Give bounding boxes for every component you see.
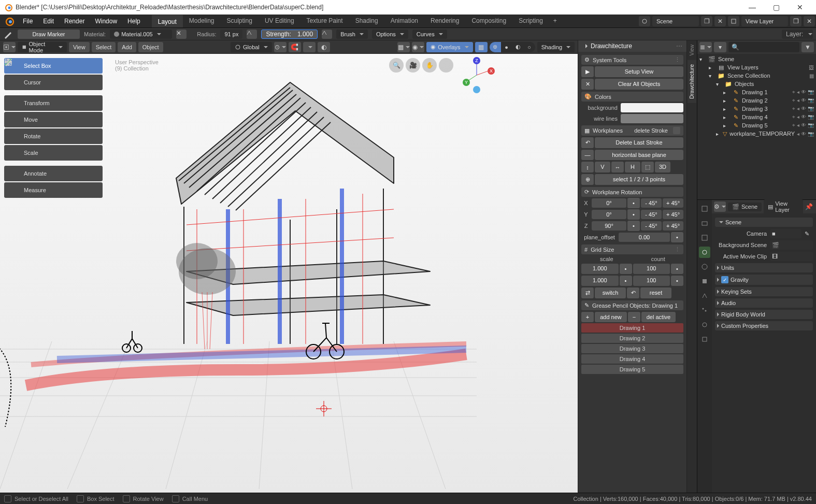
setup-view-icon-button[interactable]: ▶ — [581, 66, 594, 77]
shading-solid[interactable]: ● — [501, 42, 512, 52]
proptab-particles[interactable] — [699, 305, 710, 316]
bg-color-swatch[interactable] — [621, 103, 683, 112]
v-icon[interactable]: ↕ — [581, 162, 594, 172]
outliner-search[interactable]: 🔍 — [728, 42, 799, 52]
eye-icon[interactable]: 👁 — [801, 106, 806, 112]
overlays-dropdown[interactable]: ◉ Overlays — [426, 42, 473, 52]
undo-icon-button[interactable]: ↶ — [581, 137, 594, 148]
select-menu[interactable]: Select — [92, 42, 116, 52]
shading-options[interactable]: Shading — [537, 42, 575, 52]
proptab-render[interactable] — [699, 203, 710, 214]
proptab-object[interactable] — [699, 276, 710, 287]
plane-offset-value[interactable]: 0.00 — [619, 233, 670, 242]
customprops-panel-header[interactable]: Custom Properties — [715, 321, 813, 330]
workspace-tab-scripting[interactable]: Scripting — [512, 15, 549, 27]
x-minus-button[interactable]: - 45° — [641, 198, 662, 208]
workspace-tab-texturepaint[interactable]: Texture Paint — [300, 15, 349, 27]
tool-transform[interactable]: Transform — [4, 95, 103, 111]
y-dot[interactable]: • — [627, 209, 640, 220]
switch-icon[interactable]: ⇄ — [581, 287, 594, 298]
camera-icon[interactable]: 📷 — [808, 97, 814, 104]
select-points-button[interactable]: select 1 / 2 / 3 points — [595, 174, 683, 185]
strength-pressure-toggle[interactable] — [322, 30, 332, 39]
switch-button[interactable]: switch — [595, 287, 626, 298]
z-dot[interactable]: • — [627, 221, 640, 231]
gp-data-icon[interactable]: ⌖ — [792, 114, 795, 120]
proptab-output[interactable] — [699, 218, 710, 229]
viewlayer-delete-button[interactable]: ✕ — [804, 16, 815, 26]
proptab-constraints[interactable] — [699, 334, 710, 345]
restrict-icon[interactable]: ▦ — [809, 73, 814, 79]
scale-y-field[interactable]: 1.000 — [581, 276, 619, 286]
outliner-editor-dropdown[interactable]: ≣ — [699, 42, 712, 52]
viewlayer-new-button[interactable]: ❐ — [790, 16, 801, 26]
workspace-tab-animation[interactable]: Animation — [384, 15, 424, 27]
bgscene-field[interactable]: 🎬 — [770, 240, 813, 250]
arrow-icon[interactable]: ◂ — [797, 131, 799, 137]
camera-icon[interactable]: 📷 — [808, 106, 814, 112]
tool-rotate[interactable]: Rotate — [4, 128, 103, 144]
window-maximize-button[interactable]: ▢ — [764, 0, 788, 15]
gp-data-icon[interactable]: ⌖ — [792, 89, 795, 95]
del-active-icon[interactable]: − — [628, 312, 640, 322]
brush-dropdown[interactable]: Brush — [336, 30, 368, 39]
object-menu[interactable]: Object — [138, 42, 163, 52]
tree-item-drawing5[interactable]: ▸✎Drawing 5⌖◂👁📷 — [697, 121, 816, 129]
menu-window[interactable]: Window — [90, 18, 122, 25]
tree-scene-collection[interactable]: ▾📁Scene Collection▦ — [697, 71, 816, 80]
gpencil-header[interactable]: ✎Grease Pencil Objects: Drawing 1 — [581, 300, 683, 310]
grid-size-header[interactable]: #Grid Size⋮ — [581, 244, 683, 254]
scene-browse-button[interactable] — [639, 16, 650, 26]
del-active-button[interactable]: del active — [641, 312, 676, 322]
colors-header[interactable]: 🎨Colors — [581, 92, 683, 102]
tool-select-box[interactable]: Select Box — [4, 58, 103, 74]
offset-dot[interactable]: • — [671, 232, 683, 242]
system-tools-header[interactable]: ⚙System Tools⋮ — [581, 55, 683, 65]
count-x-dot[interactable]: • — [671, 264, 683, 274]
drawing-item-4[interactable]: Drawing 4 — [581, 354, 683, 364]
tree-item-workplane[interactable]: ▸▽workplane_TEMPORARY◂👁📷 — [697, 129, 816, 138]
vtab-view[interactable]: View — [688, 40, 696, 60]
camera-icon[interactable]: 📷 — [808, 131, 814, 137]
menu-render[interactable]: Render — [59, 18, 90, 25]
scale-y-dot[interactable]: • — [620, 276, 632, 286]
axis-x[interactable]: X — [488, 67, 495, 75]
pin-button[interactable]: 📌 — [805, 203, 814, 210]
npanel-title[interactable]: Drawchitecture⋯ — [578, 40, 686, 52]
workspace-tab-rendering[interactable]: Rendering — [424, 15, 465, 27]
nav-pan-button[interactable]: ✋ — [422, 58, 437, 73]
radius-field[interactable]: 91 px — [220, 30, 242, 39]
movieclip-field[interactable]: 🎞 — [770, 252, 813, 261]
editor-type-dropdown[interactable] — [3, 42, 16, 52]
proptab-modifier[interactable] — [699, 290, 710, 301]
options-dropdown[interactable]: Options — [372, 30, 408, 39]
plane-icon-button[interactable]: — — [581, 150, 594, 160]
viewport-canvas[interactable]: User Perspective (9) Collection Select B… — [0, 54, 578, 493]
delete-stroke-checkbox[interactable] — [673, 127, 680, 134]
viewlayer-name-field[interactable]: View Layer — [741, 16, 788, 26]
menu-file[interactable]: File — [18, 18, 38, 25]
gp-data-icon[interactable]: ⌖ — [792, 122, 795, 128]
arrow-icon[interactable]: ◂ — [797, 122, 799, 128]
drawing-item-2[interactable]: Drawing 2 — [581, 334, 683, 343]
viewlayer-browse-button[interactable] — [728, 16, 739, 26]
clear-all-button[interactable]: Clear All Objects — [595, 79, 683, 90]
shading-lookdev[interactable]: ◐ — [512, 42, 524, 52]
mode-dropdown[interactable]: Object Mode — [18, 42, 67, 52]
xray-toggle[interactable]: ▦ — [475, 42, 488, 52]
tree-item-drawing4[interactable]: ▸✎Drawing 4⌖◂👁📷 — [697, 113, 816, 121]
camera-field[interactable]: ■ — [770, 229, 801, 238]
3d-button[interactable]: 3D — [655, 162, 670, 172]
tool-cursor[interactable]: Cursor — [4, 75, 103, 90]
delete-last-stroke-button[interactable]: Delete Last Stroke — [595, 137, 683, 148]
tree-scene[interactable]: ▾🎬Scene — [697, 55, 816, 63]
h-button[interactable]: H — [625, 162, 640, 172]
proptab-physics[interactable] — [699, 319, 710, 330]
tool-annotate[interactable]: Annotate — [4, 166, 103, 181]
workspace-tab-shading[interactable]: Shading — [349, 15, 384, 27]
gravity-panel-header[interactable]: ✓Gravity — [715, 275, 813, 285]
scene-name-field[interactable]: Scene — [652, 16, 699, 26]
audio-panel-header[interactable]: Audio — [715, 298, 813, 308]
eye-icon[interactable]: 👁 — [801, 131, 806, 137]
gp-data-icon[interactable]: ⌖ — [792, 97, 795, 104]
